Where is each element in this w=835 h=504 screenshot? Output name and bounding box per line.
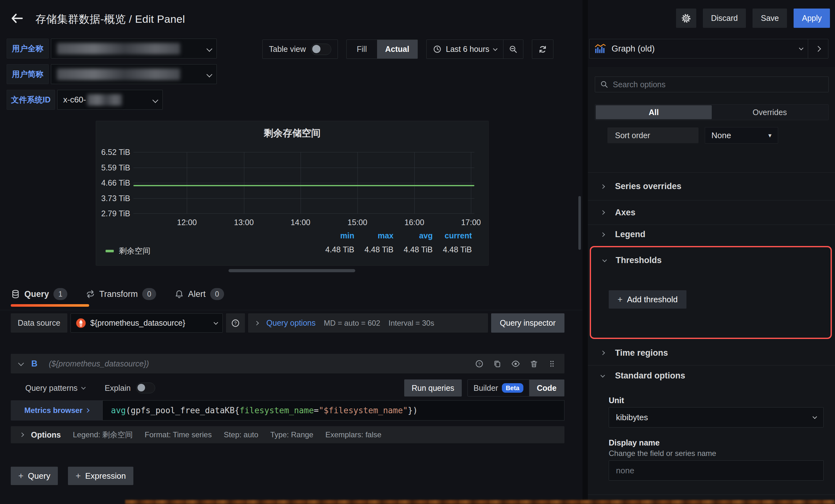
tab-transform[interactable]: Transform 0: [86, 288, 156, 300]
variable-row: 用户简称: [7, 64, 217, 84]
eye-icon[interactable]: [511, 359, 520, 368]
run-queries-button[interactable]: Run queries: [404, 379, 462, 397]
main-sidebar-divider: [583, 0, 588, 504]
graph-panel-icon: [594, 44, 607, 54]
series-line: [134, 185, 474, 186]
actual-option[interactable]: Actual: [377, 40, 418, 59]
variable-dropdown-user-shortname[interactable]: [51, 64, 217, 84]
options-label: Options: [31, 430, 61, 440]
legend-stat-values: 4.48 TiB4.48 TiB4.48 TiB4.48 TiB: [315, 245, 472, 254]
datasource-help-button[interactable]: ?: [226, 313, 245, 332]
tab-badge: 1: [54, 288, 67, 300]
filesystem-id-prefix: x-c60-: [63, 95, 86, 105]
x-axis: 12:0013:0014:0015:0016:0017:00: [134, 218, 474, 228]
legend-stat-value: 4.48 TiB: [315, 245, 354, 254]
gridline-horizontal: [134, 198, 474, 199]
gridline-vertical: [471, 152, 471, 214]
query-inspector-button[interactable]: Query inspector: [491, 313, 565, 332]
variable-dropdown-filesystem-id[interactable]: x-c60-: [57, 90, 163, 110]
copy-icon[interactable]: [493, 360, 502, 368]
tab-badge: 0: [142, 288, 156, 300]
query-options-bar[interactable]: Query options MD = auto = 602 Interval =…: [248, 313, 488, 332]
section-label: Thresholds: [616, 256, 662, 265]
gridline-vertical: [187, 152, 187, 214]
plus-icon: +: [76, 471, 81, 481]
time-range-picker[interactable]: Last 6 hours: [427, 45, 504, 54]
panel-preview: 剩余存储空间 6.52 TiB5.59 TiB4.66 TiB3.73 TiB2…: [96, 121, 489, 266]
divider: [0, 310, 583, 310]
help-circle-icon[interactable]: ?: [475, 360, 484, 368]
main-scrollbar[interactable]: [578, 196, 581, 250]
max-datapoints-text: MD = auto = 602: [324, 319, 380, 327]
y-axis-tick-label: 4.66 TiB: [101, 178, 130, 187]
tab-overrides[interactable]: Overrides: [712, 105, 828, 119]
code-option[interactable]: Code: [529, 380, 565, 396]
visualization-picker[interactable]: Graph (old): [589, 39, 808, 58]
run-queries-label: Run queries: [412, 384, 454, 393]
add-expression-button[interactable]: + Expression: [68, 467, 134, 485]
zoom-out-time-button[interactable]: [504, 45, 523, 54]
section-label: Axes: [615, 208, 636, 218]
datasource-picker[interactable]: ${prometheus_datasource}: [70, 313, 223, 332]
explain-toggle[interactable]: [136, 383, 155, 393]
time-range-control: Last 6 hours: [426, 40, 524, 59]
tab-alert[interactable]: Alert 0: [175, 288, 224, 300]
builder-option[interactable]: Builder Beta: [468, 380, 529, 396]
section-legend[interactable]: Legend: [588, 224, 835, 244]
section-standard-options[interactable]: Standard options: [588, 365, 835, 386]
visualization-name: Graph (old): [612, 44, 655, 54]
gridline-vertical: [414, 152, 415, 214]
section-thresholds[interactable]: Thresholds: [603, 256, 831, 265]
gridline-vertical: [244, 152, 244, 214]
display-name-field: [609, 460, 823, 481]
collapse-query-icon[interactable]: [18, 360, 24, 366]
add-query-label: Query: [28, 471, 50, 481]
table-view-toggle[interactable]: [311, 44, 331, 55]
chevron-down-icon: [153, 98, 157, 103]
back-button[interactable]: [8, 9, 26, 27]
chevron-right-icon: [600, 351, 605, 355]
add-threshold-button[interactable]: + Add threshold: [609, 290, 687, 308]
refresh-button[interactable]: [532, 40, 553, 59]
x-axis-tick-label: 14:00: [290, 218, 310, 227]
promql-editor[interactable]: avg(gpfs_pool_free_dataKB{filesystem_nam…: [102, 400, 565, 421]
trash-icon[interactable]: [530, 360, 538, 368]
query-options-summary[interactable]: Options Legend: 剩余空间 Format: Time series…: [11, 426, 565, 443]
section-axes[interactable]: Axes: [588, 200, 835, 224]
tab-badge: 0: [210, 288, 224, 300]
metrics-browser-button[interactable]: Metrics browser: [11, 400, 102, 421]
search-options-input[interactable]: [612, 80, 823, 89]
magnifier-minus-icon: [509, 45, 518, 54]
code-segment: filesystem_name: [240, 406, 314, 415]
query-patterns-dropdown[interactable]: Query patterns: [25, 384, 85, 393]
section-series-overrides[interactable]: Series overrides: [588, 172, 835, 200]
horizontal-scrollbar[interactable]: [228, 269, 355, 272]
tab-label: Alert: [188, 289, 206, 299]
collapse-options-button[interactable]: [808, 39, 828, 58]
clock-icon: [433, 45, 442, 54]
drag-handle-icon[interactable]: [548, 360, 556, 368]
prometheus-icon: [76, 318, 86, 328]
fill-option[interactable]: Fill: [347, 40, 377, 59]
search-icon: [600, 80, 608, 88]
add-query-button[interactable]: + Query: [11, 467, 58, 485]
unit-select[interactable]: kibibytes: [609, 407, 823, 427]
tab-query[interactable]: Query 1: [11, 288, 67, 300]
legend-series-name: 剩余空间: [119, 246, 150, 256]
legend-item[interactable]: 剩余空间: [105, 246, 150, 256]
interval-text: Interval = 30s: [388, 319, 434, 327]
variable-label-filesystem-id: 文件系统ID: [7, 90, 55, 110]
tab-all[interactable]: All: [596, 105, 712, 119]
query-row-header[interactable]: B (${prometheus_datasource}) ?: [11, 354, 565, 374]
sort-order-select[interactable]: None ▾: [705, 127, 778, 144]
display-name-input[interactable]: [609, 461, 823, 480]
fill-actual-segment: Fill Actual: [346, 40, 418, 59]
gridline-vertical: [301, 152, 301, 214]
variable-dropdown-user-fullname[interactable]: [51, 39, 217, 59]
section-time-regions[interactable]: Time regions: [588, 342, 835, 364]
legend-stat-header: current: [433, 231, 472, 240]
sort-order-row: Sort order None ▾: [608, 127, 778, 144]
chevron-right-icon: [20, 432, 24, 437]
search-options-box: [595, 77, 829, 92]
variable-row: 文件系统ID x-c60-: [7, 90, 217, 110]
